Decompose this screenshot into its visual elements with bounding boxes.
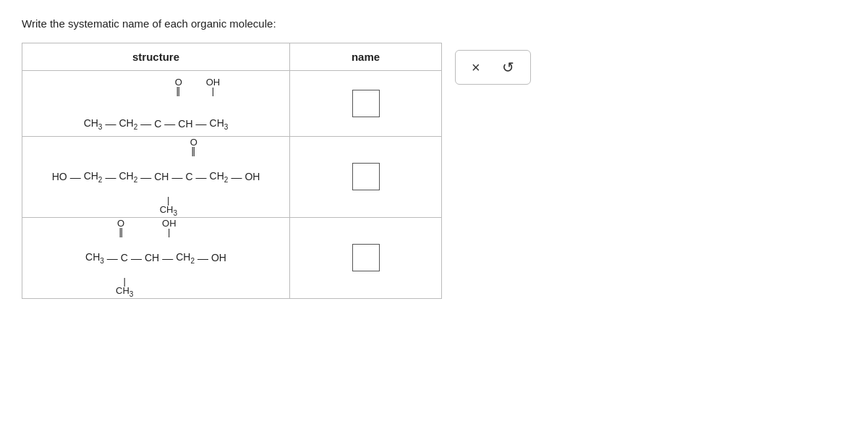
- atom-ho-2: HO: [52, 171, 67, 182]
- atom-oh-2: OH: [244, 171, 260, 182]
- undo-icon: ↺: [502, 59, 514, 76]
- table-row: O ‖ OH | | CH3: [22, 217, 442, 298]
- clear-icon: ×: [472, 59, 480, 76]
- bond-2-4: —: [169, 171, 184, 183]
- atom-ch2-1: CH2: [119, 117, 137, 131]
- undo-button[interactable]: ↺: [499, 57, 517, 77]
- bond-2-3: —: [138, 171, 153, 183]
- bond-3-1: —: [105, 252, 120, 264]
- bond-3: —: [162, 117, 177, 130]
- atom-ch3-2: CH3: [210, 117, 229, 131]
- atom-ch2-2a: CH2: [84, 170, 103, 184]
- bond-2: —: [138, 117, 153, 130]
- atom-c-1: C: [154, 118, 161, 130]
- name-cell-1: [290, 71, 442, 137]
- bond-3-3: —: [160, 252, 175, 264]
- action-panel: × ↺: [455, 50, 531, 85]
- col-header-name: name: [290, 43, 442, 71]
- structure-cell-1: O ‖ OH | CH3: [22, 71, 290, 137]
- structure-cell-3: O ‖ OH | | CH3: [22, 217, 290, 298]
- atom-ch-3: CH: [145, 252, 159, 263]
- structure-cell-2: O ‖ | CH3 HO —: [22, 137, 290, 218]
- answer-box-2[interactable]: [352, 163, 380, 190]
- bond-1: —: [103, 117, 118, 130]
- bond-2-1: —: [68, 171, 83, 183]
- page-instruction: Write the systematic name of each organi…: [22, 17, 846, 30]
- bond-2-2: —: [103, 171, 118, 183]
- atom-c-2: C: [185, 171, 192, 182]
- atom-c-3: C: [121, 252, 128, 263]
- clear-button[interactable]: ×: [469, 58, 483, 77]
- atom-ch2-3: CH2: [176, 251, 195, 265]
- atom-ch-1: CH: [178, 118, 192, 130]
- bond-4: —: [194, 117, 209, 130]
- atom-ch2-2b: CH2: [119, 170, 137, 184]
- atom-ch2-2c: CH2: [210, 170, 229, 184]
- name-cell-3: [290, 217, 442, 298]
- atom-ch-2: CH: [154, 171, 169, 182]
- atom-ch3-3a: CH3: [85, 251, 104, 265]
- bond-3-2: —: [129, 252, 144, 264]
- bond-3-4: —: [195, 252, 210, 264]
- main-content: structure name O: [22, 43, 846, 299]
- table-row: O ‖ OH | CH3: [22, 71, 442, 137]
- bond-2-6: —: [229, 171, 244, 183]
- bond-2-5: —: [194, 171, 209, 183]
- structure-1: O ‖ OH | CH3: [22, 71, 289, 136]
- atom-oh-3: OH: [211, 252, 226, 263]
- answer-box-1[interactable]: [352, 90, 380, 117]
- structure-2: O ‖ | CH3 HO —: [22, 137, 289, 217]
- table-row: O ‖ | CH3 HO —: [22, 137, 442, 218]
- answer-box-3[interactable]: [352, 244, 380, 271]
- col-header-structure: structure: [22, 43, 290, 71]
- atom-ch3-1: CH3: [84, 117, 103, 131]
- structure-3: O ‖ OH | | CH3: [22, 218, 289, 298]
- name-cell-2: [290, 137, 442, 218]
- molecule-table: structure name O: [22, 43, 442, 299]
